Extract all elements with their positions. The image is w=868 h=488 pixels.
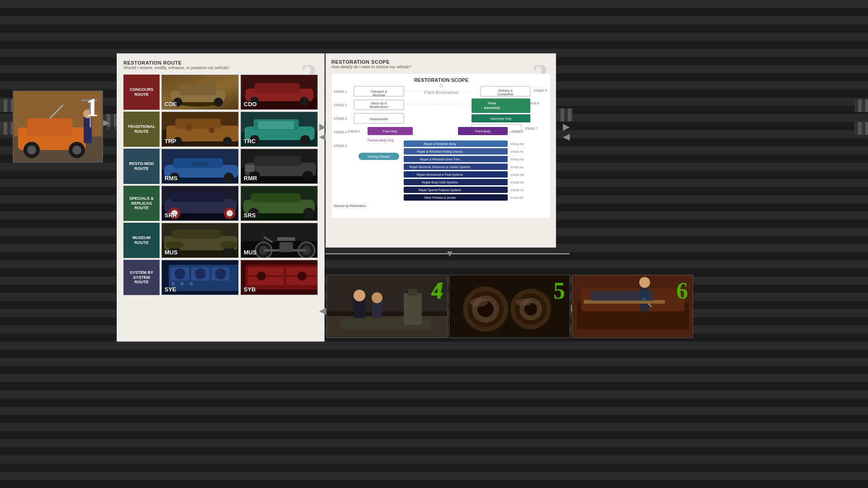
panel6-svg xyxy=(572,275,693,338)
svg-text:STAGE 1: STAGE 1 xyxy=(334,90,347,93)
svg-text:STAGE 5M: STAGE 5M xyxy=(510,174,524,176)
arrow-2-to-3: ▶ xyxy=(319,121,326,132)
svg-point-34 xyxy=(209,127,214,133)
svg-point-8 xyxy=(72,145,81,155)
svg-point-20 xyxy=(214,98,223,107)
stripe-left-edge-1 xyxy=(0,99,14,112)
svg-text:Transport &: Transport & xyxy=(371,90,387,94)
srs-code: SRS xyxy=(244,212,256,219)
svg-rect-4 xyxy=(27,118,72,136)
svg-point-69 xyxy=(303,208,314,219)
stripe-left-edge-2 xyxy=(0,122,14,135)
rmr-code: RMR xyxy=(244,175,257,182)
svg-text:Other Finishes & Decals: Other Finishes & Decals xyxy=(424,196,456,199)
svg-text:⌂: ⌂ xyxy=(439,81,443,89)
svg-text:STAGE 5B: STAGE 5B xyxy=(510,143,524,145)
panel-6: 6 xyxy=(572,275,693,338)
svg-point-33 xyxy=(185,124,193,131)
panel4-svg xyxy=(327,275,448,338)
svg-text:Finch Restorations: Finch Restorations xyxy=(424,90,458,95)
resto-mod-label: RESTO-MODROUTE xyxy=(123,149,160,184)
svg-point-7 xyxy=(27,145,36,155)
svg-text:STAGE 9: STAGE 9 xyxy=(533,89,547,92)
svg-text:Repair & Refurbish Drive Train: Repair & Refurbish Drive Train xyxy=(420,158,460,161)
svg-text:STAGE 4: STAGE 4 xyxy=(348,130,360,133)
svg-point-107 xyxy=(297,272,307,281)
trp-code: TRP xyxy=(165,138,176,145)
svg-text:Receival: Receival xyxy=(373,94,385,97)
svg-point-48 xyxy=(191,162,209,166)
svg-text:Repair & Refurbish Rolling Cha: Repair & Refurbish Rolling Chassis xyxy=(417,150,463,154)
svg-text:Final: Final xyxy=(488,101,496,105)
svg-point-94 xyxy=(175,268,185,279)
panel-3-header: RESTORATION SCOPE How deeply do I want t… xyxy=(331,59,550,69)
svg-text:STAGE 5E: STAGE 5E xyxy=(510,166,524,169)
system-images: SYE xyxy=(161,260,318,295)
svg-point-26 xyxy=(300,97,309,106)
svg-rect-182 xyxy=(404,293,422,325)
resto-mod-route-row: RESTO-MODROUTE RMS xyxy=(123,149,318,184)
svg-point-98 xyxy=(180,282,184,286)
svg-text:Ground-up Restoration: Ground-up Restoration xyxy=(334,204,366,208)
svg-rect-55 xyxy=(245,165,255,172)
panel-2-title: RESTORATION ROUTE xyxy=(123,60,318,66)
syb-code: SYB xyxy=(244,286,256,293)
panel-1: 1 xyxy=(13,90,103,163)
svg-text:Disassemble: Disassemble xyxy=(370,117,388,121)
arrow-left-bottom: ◀ xyxy=(319,305,326,316)
scope-diagram: RESTORATION SCOPE STAGE 1 STAGE 2 STAGE … xyxy=(331,74,550,218)
concours-img-cde: CDE xyxy=(161,75,239,110)
museum-img-mus1: MUS xyxy=(161,223,239,258)
resto-mod-img-rms: RMS xyxy=(161,149,239,184)
panel-5-num-display: 5 xyxy=(553,277,565,304)
museum-route-row: MUSEUMROUTE MUS xyxy=(123,223,318,258)
concours-images: CDE CDO xyxy=(161,75,318,110)
svg-text:Assembly Only: Assembly Only xyxy=(491,117,512,121)
system-img-syb: SYB xyxy=(241,260,318,295)
rms-code: RMS xyxy=(165,175,178,182)
traditional-img-trc: TRC xyxy=(241,112,318,147)
panel-3: RESTORATION SCOPE How deeply do I want t… xyxy=(326,53,556,248)
svg-text:Assembly: Assembly xyxy=(484,106,500,110)
svg-text:STAGE 5C: STAGE 5C xyxy=(510,150,524,153)
specials-img-srr: SRR xyxy=(161,186,239,221)
panel-5: 5 xyxy=(449,275,570,338)
arrow-right-3: ▶ xyxy=(563,121,570,132)
svg-point-47 xyxy=(224,173,234,183)
svg-rect-86 xyxy=(279,242,293,252)
svg-text:STAGE 5D: STAGE 5D xyxy=(510,158,524,161)
system-route-row: SYSTEM BYSYSTEMROUTE xyxy=(123,260,318,295)
stripe-right-panel3 xyxy=(557,108,573,121)
museum-images: MUS xyxy=(161,223,318,258)
routes-container: CONCOURSROUTE xyxy=(123,75,318,295)
svg-text:Painted Body Only: Painted Body Only xyxy=(368,139,394,142)
system-label: SYSTEM BYSYSTEMROUTE xyxy=(123,260,160,295)
panel-6-photo: 6 xyxy=(572,275,693,338)
svg-text:STAGE 8: STAGE 8 xyxy=(527,102,539,105)
svg-text:Paint Strip: Paint Strip xyxy=(383,130,397,133)
svg-text:STAGE 5: STAGE 5 xyxy=(334,144,347,147)
svg-point-32 xyxy=(223,137,232,146)
svg-rect-52 xyxy=(254,156,301,166)
svg-point-96 xyxy=(215,268,226,279)
svg-point-54 xyxy=(302,171,313,182)
concours-img-cdo: CDO xyxy=(241,75,318,110)
stripe-right-edge-1 xyxy=(854,99,868,112)
svg-rect-183 xyxy=(408,289,417,296)
svg-text:Mock-Up &: Mock-Up & xyxy=(371,102,387,105)
svg-point-76 xyxy=(165,241,184,249)
stripe-right-edge-2 xyxy=(854,122,868,135)
srr-code: SRR xyxy=(165,212,177,219)
panel-5-photo: 5 xyxy=(449,275,570,338)
svg-text:STAGE 5F: STAGE 5F xyxy=(510,197,524,199)
specials-images: SRR SRS xyxy=(161,186,318,221)
svg-text:Repair Electrical, Electronic : Repair Electrical, Electronic & Control … xyxy=(409,165,471,169)
mus1-code: MUS xyxy=(165,249,178,256)
scope-svg: RESTORATION SCOPE STAGE 1 STAGE 2 STAGE … xyxy=(331,74,550,218)
svg-text:Repair & Refurbish Body: Repair & Refurbish Body xyxy=(424,142,456,146)
traditional-route-row: TRADITIONALROUTE TRP xyxy=(123,112,318,147)
specials-route-row: SPECIALS &REPLICASROUTE SRR xyxy=(123,186,318,221)
concours-label: CONCOURSROUTE xyxy=(123,75,160,110)
svg-rect-59 xyxy=(171,193,225,202)
svg-text:Repair Special Purpose Systems: Repair Special Purpose Systems xyxy=(418,188,462,192)
